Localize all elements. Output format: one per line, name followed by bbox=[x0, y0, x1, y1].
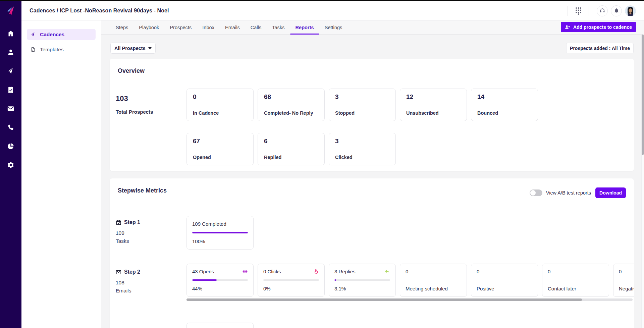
tab-calls[interactable]: Calls bbox=[245, 20, 267, 34]
metric-card-opened: 67 Opened bbox=[186, 133, 254, 165]
total-prospects-value: 103 bbox=[116, 94, 153, 103]
notifications-bell-icon[interactable] bbox=[611, 5, 622, 16]
stepwise-controls: View A/B test reports Download bbox=[530, 187, 626, 198]
progress-bar bbox=[334, 279, 390, 281]
progress-percent: 44% bbox=[192, 286, 248, 291]
primary-nav-rail bbox=[0, 1, 21, 328]
tab-playbook[interactable]: Playbook bbox=[133, 20, 164, 34]
tab-inbox[interactable]: Inbox bbox=[197, 20, 220, 34]
sidebar-item-label: Templates bbox=[40, 47, 64, 53]
envelope-icon bbox=[116, 269, 121, 275]
chevron-down-icon bbox=[148, 47, 152, 49]
step-2-meta: Step 2 108 Emails bbox=[116, 264, 186, 295]
emails-icon[interactable] bbox=[0, 99, 21, 118]
topbar-actions bbox=[563, 1, 636, 20]
step-1-meta: Step 1 109 Tasks bbox=[116, 216, 186, 245]
window-top-edge bbox=[0, 0, 644, 1]
support-headset-icon[interactable] bbox=[597, 5, 608, 16]
add-prospects-button[interactable]: Add prospects to cadence bbox=[561, 22, 636, 32]
calls-icon[interactable] bbox=[0, 118, 21, 137]
main-area: Steps Playbook Prospects Inbox Emails Ca… bbox=[101, 20, 644, 328]
secondary-sidebar: Cadences Templates bbox=[21, 20, 101, 328]
tab-settings[interactable]: Settings bbox=[319, 20, 348, 34]
tab-reports[interactable]: Reports bbox=[290, 20, 319, 34]
contacts-icon[interactable] bbox=[0, 43, 21, 62]
ab-test-toggle[interactable] bbox=[530, 189, 542, 196]
template-file-icon bbox=[31, 47, 36, 52]
overview-cards: 0 In Cadence 68 Completed- No Reply 3 St… bbox=[186, 89, 626, 177]
reports-content: All Prospects Prospects added : All Time… bbox=[101, 35, 644, 328]
step-2-cards[interactable]: 43 Opens 44% bbox=[186, 264, 634, 297]
step-1-cards: 109 Completed 100% bbox=[186, 216, 634, 250]
progress-bar bbox=[192, 232, 248, 233]
stepwise-heading: Stepwise Metrics bbox=[118, 187, 167, 194]
click-icon bbox=[313, 269, 319, 274]
home-icon[interactable] bbox=[0, 24, 21, 43]
contact-later-card: 0 Contact later bbox=[542, 264, 609, 297]
tab-emails[interactable]: Emails bbox=[220, 20, 245, 34]
step-1-completed-card: 109 Completed 100% bbox=[186, 216, 254, 250]
cadence-tabbar: Steps Playbook Prospects Inbox Emails Ca… bbox=[101, 20, 644, 35]
replies-card: 3 Replies 3.1% bbox=[329, 264, 396, 297]
overview-heading: Overview bbox=[118, 67, 145, 74]
positive-card: 0 Positive bbox=[471, 264, 538, 297]
tab-tasks[interactable]: Tasks bbox=[267, 20, 290, 34]
ab-test-toggle-label: View A/B test reports bbox=[546, 190, 591, 196]
metric-card-in-cadence: 0 In Cadence bbox=[186, 89, 254, 121]
total-prospects-summary: 103 Total Prospects bbox=[116, 94, 153, 115]
stepwise-metrics-panel: Stepwise Metrics View A/B test reports D… bbox=[110, 178, 634, 328]
page-breadcrumb-title: Cadences / ICP Lost -NoReason Revival 90… bbox=[30, 8, 169, 14]
vertical-scrollbar-thumb[interactable] bbox=[642, 35, 644, 155]
metric-card-replied: 6 Replied bbox=[258, 133, 325, 165]
step-3-card-partial bbox=[186, 323, 254, 328]
overview-panel: Overview 103 Total Prospects 0 In Cadenc… bbox=[110, 59, 634, 171]
sidebar-item-cadences[interactable]: Cadences bbox=[27, 29, 96, 40]
tab-steps[interactable]: Steps bbox=[110, 20, 133, 34]
step-1-unit: Tasks bbox=[116, 237, 186, 245]
progress-bar bbox=[263, 279, 319, 281]
klenty-logo[interactable] bbox=[5, 5, 16, 17]
step-2-unit: Emails bbox=[116, 287, 186, 295]
person-plus-icon bbox=[565, 24, 570, 30]
step-2-count: 108 bbox=[116, 279, 186, 287]
sidebar-item-templates[interactable]: Templates bbox=[27, 44, 96, 55]
clicks-card: 0 Clicks 0% bbox=[258, 264, 325, 297]
progress-percent: 0% bbox=[263, 286, 319, 291]
cadence-send-icon[interactable] bbox=[0, 62, 21, 80]
divider bbox=[568, 6, 568, 16]
tab-prospects[interactable]: Prospects bbox=[164, 20, 197, 34]
eye-icon bbox=[242, 269, 248, 274]
step-1-count: 109 bbox=[116, 229, 186, 237]
metric-card-unsubscribed: 12 Unsubscribed bbox=[400, 89, 467, 121]
reply-icon bbox=[384, 269, 390, 274]
prospect-filter-dropdown[interactable]: All Prospects bbox=[110, 43, 156, 54]
progress-percent: 100% bbox=[192, 238, 248, 244]
opens-card: 43 Opens 44% bbox=[186, 264, 254, 297]
metric-card-stopped: 3 Stopped bbox=[329, 89, 396, 121]
progress-bar bbox=[192, 279, 248, 281]
step-1-title: Step 1 bbox=[124, 219, 140, 225]
negative-card: 0 Negative bbox=[613, 264, 634, 297]
sidebar-item-label: Cadences bbox=[40, 32, 64, 38]
horizontal-scrollbar[interactable] bbox=[186, 298, 633, 301]
task-calendar-icon bbox=[116, 220, 121, 225]
tasks-icon[interactable] bbox=[0, 80, 21, 99]
divider bbox=[589, 6, 589, 16]
dialpad-icon[interactable] bbox=[573, 5, 584, 16]
date-range-filter[interactable]: Prospects added : All Time bbox=[566, 43, 634, 53]
paper-plane-icon bbox=[31, 32, 36, 37]
settings-gear-icon[interactable] bbox=[0, 156, 21, 174]
progress-percent: 3.1% bbox=[334, 286, 390, 291]
avatar[interactable] bbox=[625, 5, 636, 16]
vertical-scrollbar[interactable] bbox=[641, 35, 644, 328]
reports-pie-icon[interactable] bbox=[0, 137, 21, 156]
horizontal-scrollbar-thumb[interactable] bbox=[186, 298, 582, 301]
download-button[interactable]: Download bbox=[595, 187, 626, 198]
metric-card-completed-no-reply: 68 Completed- No Reply bbox=[258, 89, 325, 121]
meeting-scheduled-card: 0 Meeting scheduled bbox=[400, 264, 467, 297]
top-header: Cadences / ICP Lost -NoReason Revival 90… bbox=[21, 1, 644, 20]
total-prospects-label: Total Prospects bbox=[116, 109, 153, 115]
step-2-title: Step 2 bbox=[124, 269, 140, 275]
toggle-knob bbox=[530, 190, 536, 196]
rail-nav bbox=[0, 24, 21, 174]
